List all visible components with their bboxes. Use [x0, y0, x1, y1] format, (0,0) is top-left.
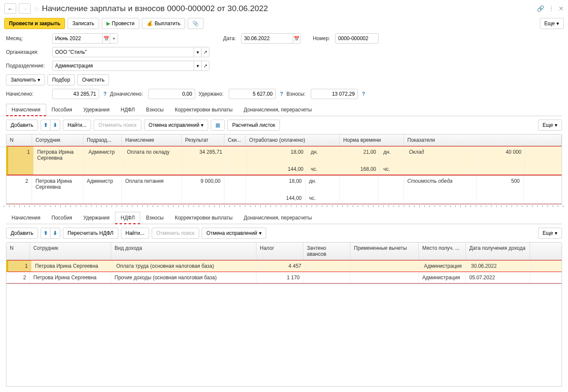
- pick-button[interactable]: Подбор: [47, 74, 75, 85]
- cancel-search-button: Отменить поиск: [152, 228, 199, 239]
- tab-ndfl[interactable]: НДФЛ: [115, 104, 140, 116]
- help-icon[interactable]: ?: [280, 91, 283, 97]
- chevron-down-icon: ▾: [555, 230, 557, 236]
- save-button[interactable]: Записать: [68, 18, 99, 29]
- chevron-down-icon: ▾: [201, 122, 203, 128]
- more-button[interactable]: Еще ▾: [540, 18, 564, 29]
- money-icon: 💰: [147, 20, 153, 26]
- open-icon[interactable]: ↗: [201, 47, 209, 57]
- withheld-value[interactable]: [229, 89, 276, 99]
- dept-label: Подразделение:: [6, 63, 49, 69]
- add-button[interactable]: Добавить: [6, 120, 38, 131]
- table-row[interactable]: 1 Петрова Ирина Сергеевна Администр Опла…: [6, 146, 562, 175]
- fill-button[interactable]: Заполнить ▾: [6, 74, 45, 85]
- move-buttons[interactable]: ⬆ ⬇: [41, 228, 60, 239]
- move-buttons[interactable]: ⬆ ⬇: [41, 120, 60, 131]
- tab-contrib[interactable]: Взносы: [140, 104, 169, 116]
- month-label: Месяц:: [6, 35, 49, 41]
- post-button[interactable]: ▶Провести: [102, 18, 139, 29]
- table-header: N Сотрудник Вид дохода Налог Зачтено ава…: [6, 243, 562, 260]
- columns-icon: ▦: [215, 122, 220, 128]
- number-input[interactable]: [335, 33, 379, 44]
- back-button[interactable]: ←: [4, 3, 16, 14]
- columns-button[interactable]: ▦: [211, 120, 225, 131]
- attach-button[interactable]: 📎: [188, 18, 203, 29]
- star-icon[interactable]: ☆: [33, 5, 39, 13]
- withheld-label: Удержано:: [199, 91, 224, 97]
- table-header: N Сотрудник Подразд... Начисление Резуль…: [6, 135, 562, 146]
- org-label: Организация:: [6, 49, 49, 55]
- recalc-ndfl-button[interactable]: Пересчитать НДФЛ: [63, 228, 118, 239]
- help-icon[interactable]: ?: [362, 91, 365, 97]
- chevron-down-icon: ▾: [38, 77, 40, 83]
- page-break: [2, 205, 566, 209]
- arrow-right-icon: →: [22, 6, 27, 12]
- tab-contrib[interactable]: Взносы: [140, 212, 169, 224]
- month-input[interactable]: 📅 ÷: [52, 33, 118, 44]
- clear-button[interactable]: Очистить: [77, 74, 109, 85]
- chevron-down-icon[interactable]: ▾: [194, 47, 201, 57]
- arrow-left-icon: ←: [7, 6, 13, 12]
- calendar-icon[interactable]: 📅: [293, 34, 300, 43]
- add-accrued-value[interactable]: [148, 89, 195, 99]
- more-button[interactable]: Еще ▾: [538, 120, 562, 131]
- tab-benefits[interactable]: Пособия: [46, 104, 78, 116]
- table-row[interactable]: 1 Петрова Ирина Сергеевна Оплата труда (…: [6, 260, 562, 272]
- date-input[interactable]: 📅: [241, 33, 301, 44]
- contrib-label: Взносы:: [286, 91, 306, 97]
- chevron-down-icon: ▾: [259, 230, 262, 236]
- table-row[interactable]: 2 Петрова Ирина Сергеевна Администр Опла…: [6, 175, 562, 204]
- pay-button[interactable]: 💰Выплатить: [142, 18, 185, 29]
- chevron-down-icon[interactable]: ▾: [194, 61, 201, 70]
- accrued-label: Начислено:: [6, 91, 49, 97]
- clip-icon: 📎: [192, 20, 199, 26]
- tab-accruals[interactable]: Начисления: [6, 104, 46, 116]
- tab-correction[interactable]: Корректировки выплаты: [169, 104, 238, 116]
- calendar-icon[interactable]: 📅: [102, 34, 110, 43]
- arrow-down-icon[interactable]: ⬇: [50, 120, 60, 130]
- tab-withholdings[interactable]: Удержания: [78, 104, 115, 116]
- org-input[interactable]: ▾ ↗: [52, 47, 209, 57]
- add-accrued-label: Доначислено:: [110, 91, 143, 97]
- arrow-up-icon[interactable]: ⬆: [41, 120, 50, 130]
- accrued-value[interactable]: [52, 89, 99, 99]
- number-label: Номер:: [313, 35, 330, 41]
- dept-input[interactable]: ▾ ↗: [52, 61, 209, 71]
- tab-ndfl[interactable]: НДФЛ: [115, 212, 140, 224]
- help-icon[interactable]: ?: [103, 91, 106, 97]
- table-row[interactable]: 2 Петрова Ирина Сергеевна Прочие доходы …: [6, 272, 562, 284]
- tab-accruals[interactable]: Начисления: [6, 212, 46, 224]
- link-icon[interactable]: 🔗: [537, 5, 544, 12]
- page-title: Начисление зарплаты и взносов 0000-00000…: [42, 4, 534, 13]
- chevron-down-icon: ▾: [556, 20, 559, 26]
- close-icon[interactable]: ✕: [559, 5, 564, 12]
- cancel-fix-button[interactable]: Отмена исправлений ▾: [202, 228, 266, 239]
- post-and-close-button[interactable]: Провести и закрыть: [4, 18, 65, 29]
- cancel-fix-button[interactable]: Отмена исправлений ▾: [144, 120, 209, 131]
- arrow-up-icon[interactable]: ⬆: [41, 228, 50, 238]
- find-button[interactable]: Найти...: [121, 228, 149, 239]
- find-button[interactable]: Найти...: [63, 120, 91, 131]
- arrow-down-icon[interactable]: ⬇: [50, 228, 60, 238]
- paysheet-button[interactable]: Расчетный листок: [227, 120, 280, 131]
- contrib-value[interactable]: [311, 89, 358, 99]
- tab-correction[interactable]: Корректировки выплаты: [169, 212, 238, 224]
- chevron-down-icon: ▾: [555, 122, 557, 128]
- tab-withholdings[interactable]: Удержания: [78, 212, 115, 224]
- tab-benefits[interactable]: Пособия: [46, 212, 78, 224]
- add-button[interactable]: Добавить: [6, 228, 38, 239]
- menu-icon[interactable]: ⋮: [548, 5, 554, 12]
- cancel-search-button: Отменить поиск: [94, 120, 141, 131]
- tab-recalc[interactable]: Доначисления, перерасчеты: [238, 212, 317, 224]
- date-label: Дата:: [223, 35, 236, 41]
- tab-recalc[interactable]: Доначисления, перерасчеты: [238, 104, 317, 116]
- stepper-icon[interactable]: ÷: [110, 34, 118, 43]
- forward-button[interactable]: →: [19, 3, 31, 14]
- open-icon[interactable]: ↗: [201, 61, 209, 70]
- post-icon: ▶: [106, 20, 110, 26]
- more-button[interactable]: Еще ▾: [538, 228, 562, 239]
